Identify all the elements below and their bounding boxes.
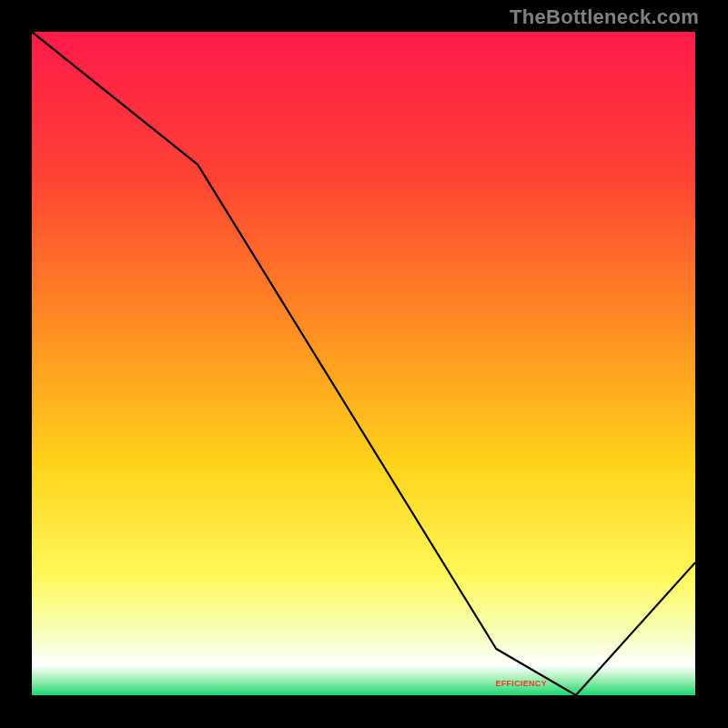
watermark-text: TheBottleneck.com: [510, 5, 699, 29]
chart-plot-area: EFFICIENCY: [30, 30, 697, 697]
axis-marker-label: EFFICIENCY: [495, 679, 547, 688]
chart-svg: [32, 32, 695, 695]
chart-background-gradient: [32, 32, 695, 695]
